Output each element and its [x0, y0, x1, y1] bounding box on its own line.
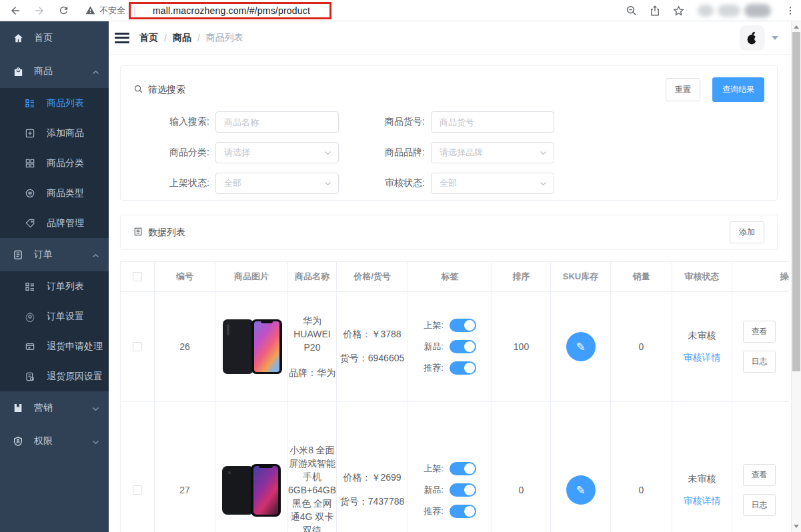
select-all-checkbox[interactable] — [133, 272, 142, 281]
marketing-bookmark-icon — [12, 402, 24, 414]
row-checkbox[interactable] — [133, 342, 142, 351]
home-icon — [12, 32, 24, 44]
refresh-icon[interactable] — [57, 4, 70, 17]
sku-edit-button[interactable]: ✎ — [566, 332, 596, 361]
verify-detail-link[interactable]: 审核详情 — [684, 352, 721, 364]
security-warning-icon[interactable] — [83, 4, 97, 17]
new-toggle[interactable] — [450, 483, 476, 497]
chevron-down-icon — [540, 181, 547, 186]
sidebar-item-marketing[interactable]: 营销 — [0, 391, 109, 425]
verify-status-select[interactable]: 全部 — [431, 173, 554, 194]
sidebar-item-return-reason[interactable]: 退货原因设置 — [0, 361, 109, 391]
sidebar-item-permission[interactable]: 权限 — [0, 425, 109, 458]
brand-label: 商品品牌: — [371, 147, 431, 159]
row-checkbox[interactable] — [133, 485, 142, 495]
chevron-up-icon — [92, 65, 99, 77]
zoom-out-icon[interactable] — [625, 4, 638, 17]
product-name: 小米8 全面屏游戏智能手机 6GB+64GB 黑色 全网通4G 双卡双待 — [288, 445, 336, 532]
omnibox-separator: | — [133, 5, 136, 16]
category-select[interactable]: 请选择 — [215, 142, 339, 163]
chevron-up-icon — [92, 249, 99, 261]
chevron-down-icon — [324, 151, 331, 155]
user-avatar[interactable] — [740, 25, 765, 51]
browser-menu-icon[interactable] — [784, 4, 797, 17]
sidebar-item-product-list[interactable]: 商品列表 — [0, 88, 109, 118]
category-grid-icon — [24, 157, 36, 169]
product-name-cell: 华为 HUAWEI P20 品牌：华为 — [288, 292, 337, 402]
add-button[interactable]: 添加 — [730, 221, 764, 243]
sidebar-item-order[interactable]: 订单 — [0, 238, 109, 271]
share-icon[interactable] — [648, 4, 662, 17]
search-result-button[interactable]: 查询结果 — [712, 77, 764, 102]
avatar-dropdown-caret[interactable] — [772, 36, 778, 40]
sku-edit-button[interactable]: ✎ — [566, 475, 596, 505]
product-sn-label: 商品货号: — [371, 116, 431, 128]
sidebar-item-product-category[interactable]: 商品分类 — [0, 148, 109, 178]
reset-button[interactable]: 重置 — [666, 78, 700, 101]
column-header-verify: 审核状态 — [672, 262, 732, 292]
product-sales: 0 — [611, 402, 672, 532]
data-list-title: 数据列表 — [148, 227, 185, 239]
product-sn: 货号：7437788 — [337, 496, 408, 508]
sidebar: 首页 商品 商品列表 添加商品 — [0, 21, 109, 532]
product-image-xiaomi-mi8 — [221, 461, 282, 519]
forward-icon[interactable] — [33, 4, 46, 17]
breadcrumb-home[interactable]: 首页 — [139, 32, 158, 44]
scrollbar-thumb[interactable] — [792, 32, 800, 371]
breadcrumb: 首页 / 商品 / 商品列表 — [139, 32, 243, 44]
sidebar-item-brand[interactable]: 品牌管理 — [0, 208, 109, 238]
column-header-sort: 排序 — [492, 262, 551, 292]
new-toggle[interactable] — [450, 340, 476, 353]
filter-panel: 筛选搜索 重置 查询结果 输入搜索: 商品货号: — [120, 65, 778, 201]
sidebar-item-return-apply[interactable]: 退货申请处理 — [0, 331, 109, 361]
product-price: 价格：￥3788 — [337, 329, 408, 341]
product-name-cell: 小米8 全面屏游戏智能手机 6GB+64GB 黑色 全网通4G 双卡双待 — [288, 402, 337, 532]
column-header-sales: 销量 — [611, 262, 672, 292]
publish-status-label: 上架状态: — [155, 177, 215, 189]
back-icon[interactable] — [9, 4, 22, 17]
sidebar-item-add-product[interactable]: 添加商品 — [0, 118, 109, 148]
page-content: 筛选搜索 重置 查询结果 输入搜索: 商品货号: — [109, 55, 801, 532]
log-button[interactable]: 日志 — [743, 351, 776, 373]
app-topbar: 首页 / 商品 / 商品列表 — [109, 21, 801, 55]
list-icon — [133, 227, 143, 239]
sidebar-item-home[interactable]: 首页 — [0, 21, 109, 55]
breadcrumb-section[interactable]: 商品 — [173, 32, 191, 44]
log-button[interactable]: 日志 — [743, 494, 776, 516]
add-product-icon — [24, 127, 36, 139]
table-row: 26 — [121, 292, 790, 402]
data-list-panel: 数据列表 添加 — [120, 215, 778, 250]
scroll-up-arrow[interactable] — [794, 25, 799, 29]
product-price: 价格：￥2699 — [337, 472, 408, 484]
publish-toggle[interactable] — [450, 462, 476, 475]
verify-detail-link[interactable]: 审核详情 — [684, 495, 721, 507]
product-sort: 0 — [492, 402, 551, 532]
brand-select[interactable]: 请选择品牌 — [431, 142, 554, 163]
publish-toggle[interactable] — [450, 319, 476, 332]
recommend-toggle[interactable] — [450, 505, 476, 518]
view-button[interactable]: 查看 — [743, 321, 776, 343]
hamburger-menu-icon[interactable] — [115, 33, 129, 43]
recommend-toggle[interactable] — [450, 361, 476, 375]
profile-blurred-area — [698, 4, 771, 17]
sidebar-item-order-setting[interactable]: 订单设置 — [0, 301, 109, 331]
product-id: 27 — [155, 402, 215, 532]
product-sort: 100 — [492, 292, 551, 402]
view-button[interactable]: 查看 — [743, 464, 776, 486]
return-apply-icon — [24, 341, 36, 353]
scroll-down-arrow[interactable] — [794, 525, 799, 528]
bookmark-star-icon[interactable] — [672, 4, 685, 17]
keyword-input[interactable] — [215, 111, 339, 133]
screen: 不安全 | mall.macrozheng.com/#/pms/product — [0, 0, 801, 532]
product-sn-input[interactable] — [431, 111, 554, 133]
permission-shield-icon — [12, 435, 24, 447]
publish-status-select[interactable]: 全部 — [215, 173, 339, 194]
sidebar-item-product-type[interactable]: 商品类型 — [0, 178, 109, 208]
sidebar-item-product[interactable]: 商品 — [0, 55, 109, 88]
sidebar-item-order-list[interactable]: 订单列表 — [0, 271, 109, 301]
address-bar[interactable]: mall.macrozheng.com/#/pms/product — [153, 5, 310, 16]
column-header-tags: 标签 — [408, 262, 492, 292]
category-label: 商品分类: — [155, 147, 215, 159]
pencil-icon: ✎ — [576, 483, 585, 497]
page-scrollbar[interactable] — [791, 21, 801, 532]
